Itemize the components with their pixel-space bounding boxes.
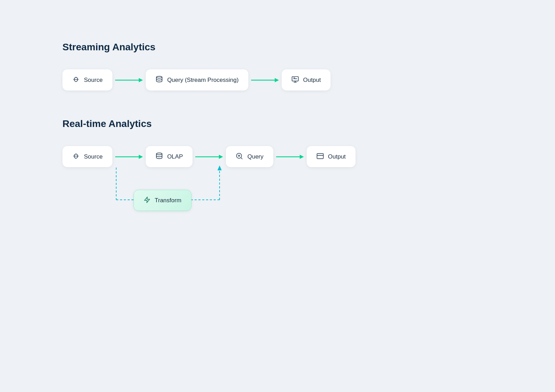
stream-icon <box>72 76 80 84</box>
svg-marker-4 <box>275 78 279 82</box>
svg-point-8 <box>156 153 162 155</box>
section-title-realtime: Real-time Analytics <box>62 118 493 129</box>
svg-marker-21 <box>145 197 150 203</box>
bolt-icon <box>144 196 151 204</box>
node-query1: Query (Stream Processing) <box>146 69 248 91</box>
olap-icon <box>155 152 163 161</box>
section-realtime: Real-time Analytics Source <box>62 118 493 226</box>
label-transform: Transform <box>155 197 181 204</box>
node-olap: OLAP <box>146 146 193 167</box>
arrow-4 <box>193 153 226 161</box>
arrow-5 <box>273 153 307 161</box>
section-title-streaming: Streaming Analytics <box>62 42 493 53</box>
node-query2: Query <box>226 146 273 167</box>
svg-marker-13 <box>300 155 304 159</box>
page-content: Streaming Analytics Source <box>62 42 493 226</box>
label-query2: Query <box>247 153 263 160</box>
output-icon <box>291 76 299 84</box>
label-olap: OLAP <box>167 153 183 160</box>
diagram2-container: Source <box>62 146 409 226</box>
label-query1: Query (Stream Processing) <box>167 77 239 84</box>
stream-icon-2 <box>72 152 80 161</box>
output2-icon <box>316 152 324 161</box>
node-source2: Source <box>62 146 112 167</box>
arrow-3 <box>112 153 146 161</box>
label-output1: Output <box>303 77 321 84</box>
label-source1: Source <box>84 77 103 84</box>
query-icon <box>236 152 243 161</box>
arrow-1 <box>112 76 146 84</box>
svg-marker-1 <box>139 78 143 82</box>
node-output1: Output <box>282 69 331 91</box>
label-source2: Source <box>84 153 103 160</box>
svg-marker-10 <box>219 155 223 159</box>
label-output2: Output <box>328 153 346 160</box>
svg-point-2 <box>156 76 162 78</box>
svg-rect-14 <box>317 154 323 159</box>
realtime-top-row: Source <box>62 146 356 167</box>
database-icon <box>155 76 163 84</box>
section-streaming: Streaming Analytics Source <box>62 42 493 91</box>
flow-row-streaming: Source Query (Stream Processi <box>62 69 493 91</box>
node-transform: Transform <box>134 190 191 211</box>
svg-marker-7 <box>139 155 143 159</box>
node-output2: Output <box>307 146 356 167</box>
arrow-2 <box>248 76 282 84</box>
node-source1: Source <box>62 69 112 91</box>
